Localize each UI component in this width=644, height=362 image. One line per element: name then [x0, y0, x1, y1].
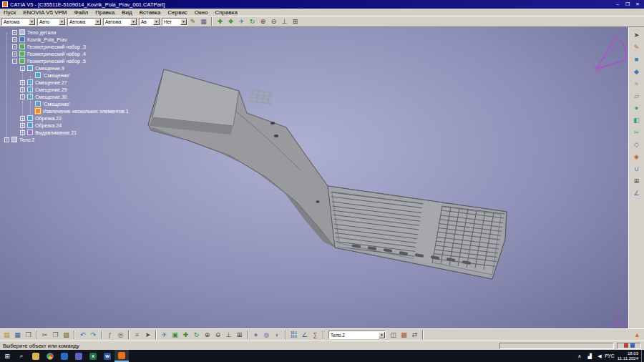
fly-mode-icon[interactable]: ✈: [159, 330, 170, 341]
trim-icon[interactable]: ✂: [631, 127, 643, 137]
hidden-icons-icon[interactable]: ∧: [575, 350, 585, 362]
move-arrows-icon[interactable]: ❖: [225, 17, 236, 26]
chevron-down-icon[interactable]: ▾: [379, 332, 385, 338]
tree-item[interactable]: +Геометрический набор .3: [4, 43, 129, 50]
pattern-icon[interactable]: ⊞: [631, 175, 643, 186]
join-icon[interactable]: ∪: [631, 163, 643, 174]
mass-properties-icon[interactable]: ∑: [310, 330, 321, 341]
pan-icon[interactable]: ✚: [180, 330, 191, 341]
fill-color-combo[interactable]: Автома▾: [1, 18, 36, 26]
browser-chrome-icon[interactable]: [43, 350, 57, 362]
apply-material-icon[interactable]: ▩: [399, 330, 409, 341]
expand-icon[interactable]: +: [12, 44, 17, 49]
revolve-icon[interactable]: ◆: [631, 66, 643, 77]
menu-item-3[interactable]: Правка: [92, 9, 118, 16]
minimize-button[interactable]: –: [613, 1, 622, 8]
network-icon[interactable]: ▟: [585, 350, 595, 362]
offset-plane-icon[interactable]: ▱: [631, 90, 643, 101]
pointer-icon[interactable]: ➤: [142, 330, 153, 341]
catalog-icon[interactable]: ◫: [388, 330, 399, 341]
expand-icon[interactable]: +: [12, 37, 17, 42]
multi-view-icon[interactable]: ⊞: [290, 17, 301, 26]
open-folder-icon[interactable]: ▤: [1, 330, 12, 341]
chevron-down-icon[interactable]: ▾: [59, 19, 65, 25]
expand-icon[interactable]: +: [12, 30, 17, 35]
catia-icon[interactable]: [114, 350, 129, 362]
line-color-combo[interactable]: Автома▾: [67, 18, 102, 26]
expand-icon[interactable]: +: [12, 52, 17, 57]
tree-item[interactable]: +Выдавливание.21: [4, 129, 129, 136]
notification-panel-button[interactable]: [641, 350, 644, 362]
fill-surface-icon[interactable]: ●: [631, 102, 643, 113]
paste-icon[interactable]: ▨: [61, 330, 72, 341]
tree-item[interactable]: +Тело детали: [4, 29, 129, 36]
volume-icon[interactable]: ◀: [595, 350, 605, 362]
app-purple-icon[interactable]: [72, 350, 86, 362]
menu-item-4[interactable]: Вид: [118, 9, 135, 16]
app-blue-icon[interactable]: [57, 350, 72, 362]
measure-between-icon[interactable]: ∠: [299, 330, 310, 341]
rotate-icon[interactable]: ↻: [247, 17, 258, 26]
menu-item-7[interactable]: Окно: [191, 9, 212, 16]
undo-icon[interactable]: ↶: [77, 330, 88, 341]
floor-mat-part[interactable]: [148, 69, 522, 279]
tree-item[interactable]: +Смещение.29: [4, 86, 129, 93]
tree-item[interactable]: -Смещение.30: [4, 93, 129, 100]
copy-icon[interactable]: ❐: [50, 330, 61, 341]
tree-item[interactable]: -Геометрический набор .5: [4, 57, 129, 64]
collapse-icon[interactable]: -: [12, 59, 17, 64]
extract-icon[interactable]: ◈: [631, 151, 643, 162]
chevron-down-icon[interactable]: ▾: [130, 19, 137, 25]
sketch-icon[interactable]: ✎: [631, 41, 643, 52]
folder-icon[interactable]: [29, 350, 43, 362]
zoom-out-icon[interactable]: ⊖: [268, 17, 279, 26]
line-type-combo[interactable]: Автома▾: [103, 18, 137, 26]
select-icon[interactable]: ➤: [631, 29, 643, 40]
clock[interactable]: 18:0311.11.2024: [615, 351, 641, 361]
rotate-icon[interactable]: ↻: [191, 330, 202, 341]
fit-all-icon[interactable]: ▣: [170, 330, 180, 341]
normal-view-icon[interactable]: ⊥: [279, 17, 290, 26]
search-binoculars-icon[interactable]: ◎: [115, 330, 126, 341]
menu-item-6[interactable]: Сервис: [164, 9, 190, 16]
menu-item-0[interactable]: Пуск: [0, 9, 19, 16]
language-indicator[interactable]: РУС: [605, 350, 615, 362]
thickness-combo[interactable]: Ав▾: [139, 18, 160, 26]
zoom-in-icon[interactable]: ⊕: [202, 330, 213, 341]
knowledge-fx-icon[interactable]: ƒ: [104, 330, 115, 341]
layer-combo[interactable]: Нет▾: [162, 18, 187, 26]
sketch-grid-marker[interactable]: [248, 89, 273, 104]
chevron-down-icon[interactable]: ▾: [29, 19, 35, 25]
zoom-out-icon[interactable]: ⊖: [213, 330, 223, 341]
menu-item-1[interactable]: ENOVIA V5 VPM: [19, 9, 70, 16]
measure-icon[interactable]: ∠: [631, 187, 643, 198]
swap-visible-icon[interactable]: ⇄: [409, 330, 420, 341]
hide-show-icon[interactable]: ◐: [272, 330, 283, 341]
pan-icon[interactable]: ✚: [215, 17, 225, 26]
boundary-icon[interactable]: ◇: [631, 139, 643, 150]
opacity-combo[interactable]: Авто▾: [37, 18, 66, 26]
sweep-icon[interactable]: ≈: [631, 78, 643, 89]
fly-icon[interactable]: ✈: [236, 17, 247, 26]
chevron-down-icon[interactable]: ▾: [153, 19, 160, 25]
multi-view-icon[interactable]: ⊞: [234, 330, 245, 341]
status-icon-red[interactable]: [624, 343, 628, 348]
power-input-field[interactable]: [499, 343, 614, 349]
menu-item-5[interactable]: Вставка: [136, 9, 165, 16]
tree-item[interactable]: -Смещение.9: [4, 64, 129, 72]
tree-item[interactable]: +Обрезка.22: [4, 114, 129, 122]
tree-item[interactable]: +Тело.2: [4, 136, 129, 143]
zoom-in-icon[interactable]: ⊕: [258, 17, 268, 26]
tree-item[interactable]: +Смещение.27: [4, 79, 129, 86]
redo-icon[interactable]: ↷: [88, 330, 99, 341]
chevron-down-icon[interactable]: ▾: [94, 19, 101, 25]
search-icon[interactable]: ⌕: [14, 350, 29, 362]
chevron-down-icon[interactable]: ▾: [180, 19, 187, 25]
close-button[interactable]: ✕: [633, 1, 642, 8]
start-button[interactable]: ⊞: [0, 350, 14, 362]
tree-item[interactable]: 'Смещение': [4, 72, 129, 79]
tree-item[interactable]: Извлечение нескольких элементов.1: [4, 107, 129, 114]
tree-item[interactable]: +Геометрический набор .4: [4, 50, 129, 57]
tree-item[interactable]: 'Смещение': [4, 100, 129, 107]
menu-item-8[interactable]: Справка: [211, 9, 240, 16]
